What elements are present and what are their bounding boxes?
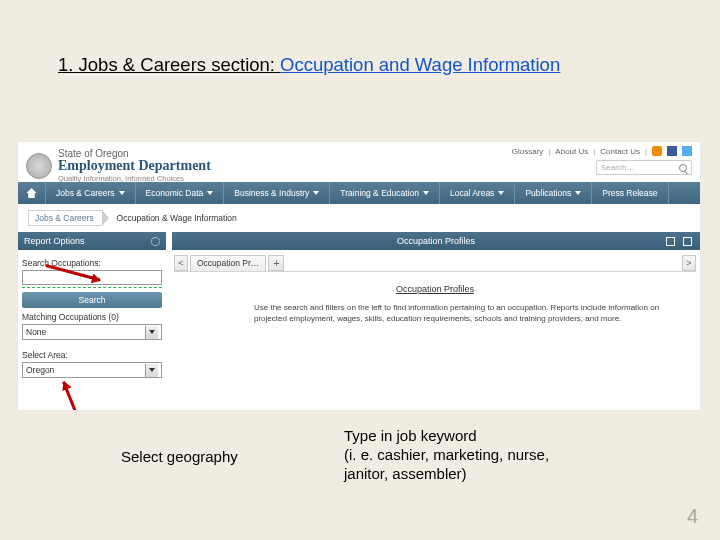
tab-label: Occupation Pr… xyxy=(197,258,259,268)
main-nav: Jobs & Careers Economic Data Business & … xyxy=(18,182,700,204)
chevron-down-icon xyxy=(207,191,213,195)
nav-home[interactable] xyxy=(18,182,46,204)
main-pane: < Occupation Pr… + > Occupation Profiles… xyxy=(174,254,696,324)
search-icon[interactable] xyxy=(679,164,687,172)
nav-publications[interactable]: Publications xyxy=(515,182,592,204)
panel-title: Report Options xyxy=(24,236,85,246)
select-area-select[interactable]: Oregon xyxy=(22,362,162,378)
print-icon[interactable] xyxy=(666,237,675,246)
nav-label: Economic Data xyxy=(146,188,204,198)
dropdown-button[interactable] xyxy=(145,326,158,339)
util-about[interactable]: About Us xyxy=(555,147,588,156)
tab-bar: < Occupation Pr… + > xyxy=(174,254,696,272)
annotation-line: (i. e. cashier, marketing, nurse, xyxy=(344,446,549,465)
report-options-header: Report Options xyxy=(18,232,166,250)
nav-local-areas[interactable]: Local Areas xyxy=(440,182,515,204)
rss-icon[interactable] xyxy=(652,146,662,156)
select-value: None xyxy=(26,327,46,337)
nav-label: Business & Industry xyxy=(234,188,309,198)
guide-arrow-green xyxy=(22,287,162,288)
tab-next-button[interactable]: > xyxy=(682,255,696,271)
app-screenshot: Glossary | About Us | Contact Us | Searc… xyxy=(18,142,700,410)
slide-title-link: Occupation and Wage Information xyxy=(280,54,560,75)
content-heading: Occupation Profiles xyxy=(174,284,696,294)
util-glossary[interactable]: Glossary xyxy=(512,147,544,156)
occupation-profiles-header: Occupation Profiles xyxy=(172,232,700,250)
nav-press-release[interactable]: Press Release xyxy=(592,182,668,204)
global-search-placeholder: Search… xyxy=(601,163,634,172)
annotation-type-keyword: Type in job keyword (i. e. cashier, mark… xyxy=(344,427,549,483)
util-contact[interactable]: Contact Us xyxy=(600,147,640,156)
tab-prev-button[interactable]: < xyxy=(174,255,188,271)
panel-title: Occupation Profiles xyxy=(397,236,475,246)
nav-jobs-careers[interactable]: Jobs & Careers xyxy=(46,182,136,204)
utility-bar: Glossary | About Us | Contact Us | xyxy=(512,146,692,156)
logo-line2: Employment Department xyxy=(58,159,211,173)
slide-title-prefix: 1. Jobs & Careers section: xyxy=(58,54,280,75)
annotation-arrow-to-area xyxy=(62,382,128,410)
global-search-input[interactable]: Search… xyxy=(596,160,692,175)
state-seal-icon xyxy=(26,153,52,179)
button-label: Search xyxy=(79,295,106,305)
tab-add-button[interactable]: + xyxy=(268,255,284,271)
select-area-label: Select Area: xyxy=(22,350,162,360)
dropdown-button[interactable] xyxy=(145,364,158,377)
select-value: Oregon xyxy=(26,365,54,375)
annotation-select-geography: Select geography xyxy=(121,448,238,465)
chevron-down-icon xyxy=(149,330,155,334)
nav-training-education[interactable]: Training & Education xyxy=(330,182,440,204)
chevron-down-icon xyxy=(575,191,581,195)
content-body: Use the search and filters on the left t… xyxy=(174,302,696,324)
sidebar: Search Occupations: Search Matching Occu… xyxy=(18,254,166,378)
annotation-line: Type in job keyword xyxy=(344,427,549,446)
nav-label: Training & Education xyxy=(340,188,419,198)
tab-occupation-profiles[interactable]: Occupation Pr… xyxy=(190,255,266,271)
chevron-down-icon xyxy=(498,191,504,195)
nav-label: Jobs & Careers xyxy=(56,188,115,198)
page-number: 4 xyxy=(687,505,698,528)
facebook-icon[interactable] xyxy=(667,146,677,156)
nav-business-industry[interactable]: Business & Industry xyxy=(224,182,330,204)
twitter-icon[interactable] xyxy=(682,146,692,156)
breadcrumb-label: Jobs & Careers xyxy=(35,213,94,223)
slide-title: 1. Jobs & Careers section: Occupation an… xyxy=(58,54,560,76)
site-logo[interactable]: State of Oregon Employment Department Qu… xyxy=(26,148,211,183)
breadcrumb: Jobs & Careers Occupation & Wage Informa… xyxy=(28,210,237,226)
search-occupations-label: Search Occupations: xyxy=(22,258,162,268)
chevron-down-icon xyxy=(423,191,429,195)
export-icon[interactable] xyxy=(683,237,692,246)
chevron-down-icon xyxy=(149,368,155,372)
annotation-line: janitor, assembler) xyxy=(344,465,549,484)
breadcrumb-level1[interactable]: Jobs & Careers xyxy=(28,210,103,226)
nav-label: Local Areas xyxy=(450,188,494,198)
breadcrumb-level2: Occupation & Wage Information xyxy=(117,213,237,223)
matching-occupations-label: Matching Occupations (0) xyxy=(22,312,162,322)
home-icon xyxy=(27,188,37,198)
chevron-down-icon xyxy=(119,191,125,195)
nav-label: Publications xyxy=(525,188,571,198)
gear-icon[interactable] xyxy=(151,237,160,246)
panel-headers: Report Options Occupation Profiles xyxy=(18,232,700,250)
search-button[interactable]: Search xyxy=(22,292,162,308)
matching-occupations-select[interactable]: None xyxy=(22,324,162,340)
nav-label: Press Release xyxy=(602,188,657,198)
nav-economic-data[interactable]: Economic Data xyxy=(136,182,225,204)
chevron-down-icon xyxy=(313,191,319,195)
